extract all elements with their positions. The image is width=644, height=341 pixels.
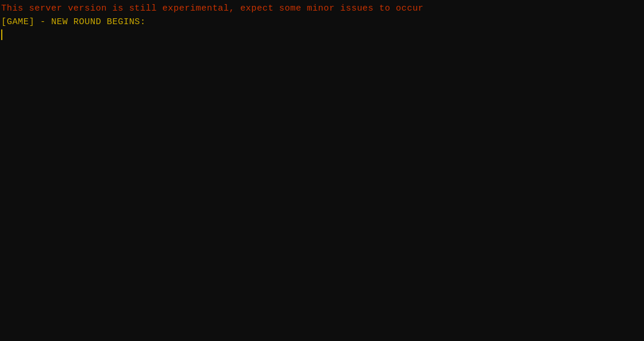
warning-message: This server version is still experimenta…: [1, 2, 643, 15]
cursor-line: [1, 29, 643, 40]
game-message: [GAME] - NEW ROUND BEGINS:: [1, 16, 643, 28]
text-cursor: [1, 29, 2, 40]
terminal-window: This server version is still experimenta…: [0, 0, 644, 341]
